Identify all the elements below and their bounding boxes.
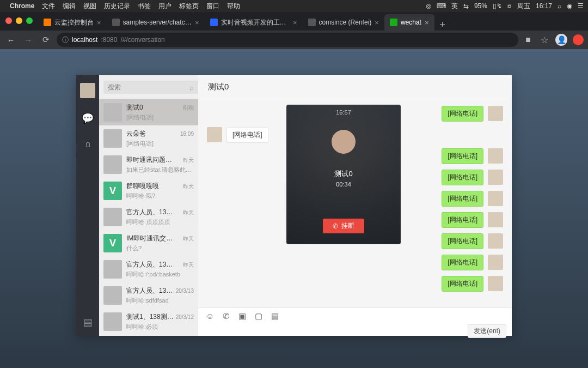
status-headset-icon[interactable]: ⌨ — [437, 2, 446, 10]
browser-tab[interactable]: samples-server/chatclient.js a × — [107, 14, 205, 31]
status-app-icon[interactable]: ⧈ — [507, 2, 512, 10]
browser-tab[interactable]: comsince (Renfei) × — [303, 14, 384, 31]
conversation-item[interactable]: 云朵爸 16:09 [网络电话] — [99, 125, 198, 152]
video-recorder-icon[interactable]: ■ — [523, 35, 534, 45]
my-msg-avatar[interactable] — [488, 191, 503, 206]
new-tab-button[interactable]: + — [434, 19, 451, 31]
conv-name: 群聊嘎嘎嘎 — [126, 182, 159, 191]
my-avatar[interactable] — [80, 83, 95, 98]
site-info-icon[interactable]: ⓘ — [62, 35, 69, 45]
siri-icon[interactable]: ◉ — [567, 2, 572, 10]
forward-button[interactable]: → — [22, 35, 35, 45]
message-list[interactable]: [网络电话] [网络电话] [网络电话] [网络电话] [网络电话] [网络电话… — [198, 99, 512, 307]
my-msg-avatar[interactable] — [488, 276, 503, 291]
conversation-item[interactable]: V 群聊嘎嘎嘎 昨天 呵呵哈:哦? — [99, 178, 198, 204]
tab-title: wechat — [401, 19, 421, 26]
status-battery[interactable]: 95% — [474, 2, 487, 10]
menu-view[interactable]: 视图 — [83, 2, 96, 11]
conv-name: 云朵爸 — [126, 129, 146, 138]
browser-tab[interactable]: 云监控控制台 × — [38, 14, 107, 31]
call-clock: 16:57 — [336, 109, 351, 116]
conversation-item[interactable]: 即时通讯问题官方反… 昨天 如果已经star,请忽略此消息 — [99, 152, 198, 178]
my-msg-avatar[interactable] — [488, 233, 503, 249]
close-tab-icon[interactable]: × — [97, 19, 101, 27]
close-tab-icon[interactable]: × — [195, 19, 199, 27]
my-msg-avatar[interactable] — [488, 255, 503, 270]
image-icon[interactable]: ▢ — [255, 311, 262, 321]
menubar-app[interactable]: Chrome — [10, 2, 34, 10]
control-center-icon[interactable]: ☰ — [578, 2, 584, 10]
browser-tab[interactable]: wechat × — [384, 14, 434, 31]
profile-avatar[interactable]: 👤 — [555, 34, 567, 46]
conv-time: 昨天 — [183, 235, 194, 243]
conversation-item[interactable]: 官方人员、138测试… 昨天 呵呵哈:/:pd/:basketb — [99, 256, 198, 282]
status-wifi-icon[interactable]: ⇆ — [463, 2, 469, 10]
close-tab-icon[interactable]: × — [425, 19, 429, 27]
conv-avatar — [103, 155, 122, 174]
conv-name: 测试1、138测试1… — [126, 312, 175, 322]
outgoing-bubble: [网络电话] — [442, 255, 483, 270]
maximize-window-icon[interactable] — [26, 17, 33, 24]
favicon-icon — [210, 19, 218, 26]
voice-call-overlay[interactable]: 16:57 测试0 00:34 ✆ 挂断 — [286, 105, 401, 244]
menu-tabs[interactable]: 标签页 — [179, 2, 199, 11]
favicon-icon — [390, 19, 397, 26]
status-mic-icon[interactable]: ◎ — [426, 2, 431, 10]
back-button[interactable]: ← — [4, 35, 17, 45]
close-tab-icon[interactable]: × — [375, 19, 379, 27]
menu-people[interactable]: 用户 — [158, 2, 171, 11]
browser-tab[interactable]: 实时音视频开发的工程化实践[… × — [205, 14, 303, 31]
reload-button[interactable]: ⟳ — [39, 35, 52, 45]
conv-name: 官方人员、138测试… — [126, 260, 175, 269]
video-call-icon[interactable]: ▣ — [238, 311, 246, 321]
search-input[interactable] — [103, 81, 201, 94]
send-button[interactable]: 发送(ent) — [468, 324, 506, 338]
my-msg-avatar[interactable] — [488, 170, 503, 185]
close-tab-icon[interactable]: × — [293, 19, 297, 27]
conv-time: 刚刚 — [183, 104, 194, 112]
conv-avatar — [103, 260, 122, 279]
tab-title: samples-server/chatclient.js a — [123, 19, 192, 26]
chat-header: 测试0 — [198, 75, 512, 99]
conversation-item[interactable]: 官方人员、138测… 20/3/13 呵呵哈:sdfdfsad — [99, 282, 198, 309]
bookmark-star-icon[interactable]: ☆ — [539, 35, 550, 45]
conversation-item[interactable]: 官方人员、138hh 昨天 呵呵哈:顶顶顶顶 — [99, 204, 198, 230]
conversation-item[interactable]: 测试0 刚刚 [网络电话] — [99, 99, 198, 125]
address-bar[interactable]: ⓘ localhost:8080/#/conversation — [57, 33, 518, 47]
hangup-label: 挂断 — [341, 221, 354, 231]
search-icon[interactable]: ⌕ — [189, 83, 194, 92]
contacts-icon[interactable]: ⩍ — [85, 138, 90, 150]
conv-avatar — [103, 129, 122, 148]
menu-history[interactable]: 历史记录 — [104, 2, 130, 11]
my-msg-avatar[interactable] — [488, 106, 503, 121]
conv-name: 官方人员、138hh — [126, 208, 175, 217]
macos-menubar: Chrome 文件 编辑 视图 历史记录 书签 用户 标签页 窗口 帮助 ◎ ⌨… — [0, 0, 588, 12]
emoji-icon[interactable]: ☺ — [206, 311, 214, 321]
menu-window[interactable]: 窗口 — [206, 2, 219, 11]
conversation-item[interactable]: V IM即时通讯交流组 昨天 什么? — [99, 230, 198, 256]
favicon-icon — [308, 19, 316, 26]
menu-help[interactable]: 帮助 — [227, 2, 240, 11]
wechat-app: 💬 ⩍ ▤ ⌕ 测试0 刚刚 [网络电话] 云朵爸 16:09 [网络电话] — [76, 75, 512, 336]
my-msg-avatar[interactable] — [488, 148, 503, 164]
file-icon[interactable]: ▤ — [271, 311, 279, 321]
voice-call-icon[interactable]: ✆ — [223, 311, 230, 321]
my-msg-avatar[interactable] — [488, 212, 503, 227]
chat-panel: 测试0 [网络电话] [网络电话] [网络电话] [网络电话] [网络电话] [… — [198, 75, 512, 336]
their-msg-avatar[interactable] — [207, 127, 222, 142]
url-path: /#/conversation — [120, 36, 164, 44]
minimize-window-icon[interactable] — [16, 17, 22, 24]
spotlight-icon[interactable]: ⌕ — [558, 2, 561, 10]
hangup-button[interactable]: ✆ 挂断 — [323, 219, 364, 233]
menu-icon[interactable]: ▤ — [83, 316, 93, 328]
extension-icon[interactable] — [573, 34, 584, 45]
menu-bookmarks[interactable]: 书签 — [138, 2, 151, 11]
menu-edit[interactable]: 编辑 — [63, 2, 76, 11]
status-ime[interactable]: 英 — [451, 2, 458, 11]
conv-preview: 什么? — [126, 244, 194, 252]
menu-file[interactable]: 文件 — [42, 2, 55, 11]
close-window-icon[interactable] — [5, 17, 12, 24]
window-controls[interactable] — [5, 17, 33, 24]
chats-icon[interactable]: 💬 — [82, 112, 94, 124]
conversation-item[interactable]: 测试1、138测试1… 20/3/12 呵呵哈:必须 — [99, 309, 198, 335]
